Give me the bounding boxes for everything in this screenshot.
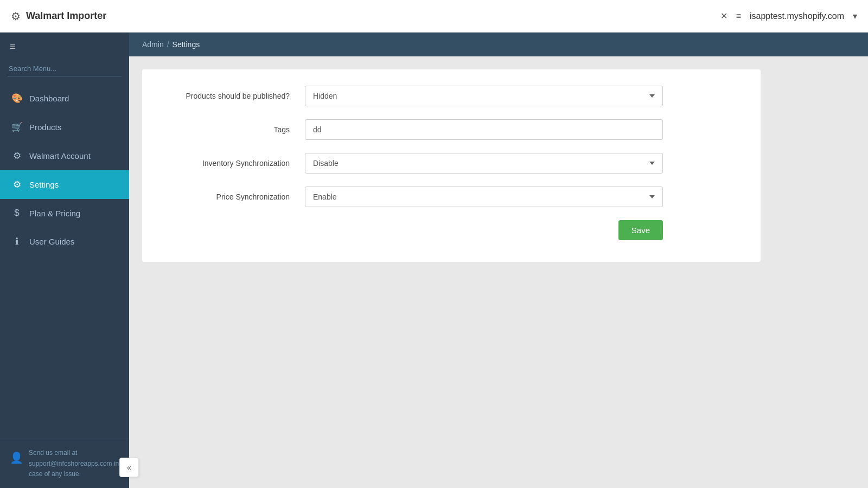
publish-control-wrap: Hidden Published (305, 86, 663, 106)
top-header: ⚙ Walmart Importer ✕ ≡ isapptest.myshopi… (0, 0, 868, 33)
sidebar-item-label-settings: Settings (29, 180, 59, 189)
content-area: Products should be published? Hidden Pub… (129, 56, 868, 488)
walmart-icon: ⚙ (11, 150, 23, 162)
app-branding: ⚙ Walmart Importer (11, 10, 106, 23)
sidebar-collapse-button[interactable]: « (119, 458, 139, 477)
tags-label: Tags (164, 125, 305, 134)
price-label: Price Synchronization (164, 192, 305, 201)
store-name: isapptest.myshopify.com (750, 11, 844, 21)
sidebar-item-walmart-account[interactable]: ⚙ Walmart Account (0, 142, 129, 170)
tags-input[interactable] (305, 119, 663, 140)
menu-icon[interactable]: ≡ (736, 11, 741, 21)
sidebar-item-label-products: Products (29, 123, 61, 132)
header-actions: ✕ ≡ isapptest.myshopify.com ▾ (720, 11, 857, 21)
form-actions: Save (164, 220, 663, 240)
sidebar-item-products[interactable]: 🛒 Products (0, 113, 129, 142)
sidebar-item-label-plan: Plan & Pricing (29, 209, 80, 218)
settings-icon: ⚙ (11, 179, 23, 190)
sidebar-nav: 🎨 Dashboard 🛒 Products ⚙ Walmart Account… (0, 84, 129, 439)
tags-control-wrap (305, 119, 663, 140)
sidebar-search-container (0, 61, 129, 84)
publish-label: Products should be published? (164, 92, 305, 100)
breadcrumb-separator: / (167, 40, 169, 49)
save-button[interactable]: Save (618, 220, 663, 240)
sidebar-item-label-dashboard: Dashboard (29, 94, 69, 103)
app-title: Walmart Importer (26, 10, 106, 22)
store-dropdown-arrow[interactable]: ▾ (853, 11, 857, 21)
price-control-wrap: Enable Disable (305, 187, 663, 207)
form-row-inventory: Inventory Synchronization Disable Enable (164, 153, 739, 174)
form-row-tags: Tags (164, 119, 739, 140)
sub-header: Admin / Settings (129, 33, 868, 56)
sidebar-item-plan-pricing[interactable]: $ Plan & Pricing (0, 199, 129, 227)
support-user-icon: 👤 (10, 449, 23, 466)
main-content: Admin / Settings Products should be publ… (129, 33, 868, 488)
sidebar-item-label-guides: User Guides (29, 237, 74, 246)
products-icon: 🛒 (11, 121, 23, 133)
sidebar-search-input[interactable] (8, 61, 122, 76)
publish-select[interactable]: Hidden Published (305, 86, 663, 106)
sidebar-footer: 👤 Send us email at support@infoshoreapps… (0, 439, 129, 488)
support-text: Send us email at support@infoshoreapps.c… (29, 448, 119, 479)
inventory-control-wrap: Disable Enable (305, 153, 663, 174)
settings-card: Products should be published? Hidden Pub… (142, 69, 761, 262)
sidebar-item-label-walmart: Walmart Account (29, 151, 91, 160)
app-logo-icon: ⚙ (11, 10, 21, 23)
inventory-label: Inventory Synchronization (164, 159, 305, 168)
plan-icon: $ (11, 208, 23, 219)
breadcrumb-current: Settings (173, 40, 200, 49)
sidebar: ≡ 🎨 Dashboard 🛒 Products ⚙ Walmart Accou… (0, 33, 129, 488)
close-icon[interactable]: ✕ (720, 11, 727, 21)
breadcrumb-parent[interactable]: Admin (142, 40, 164, 49)
sidebar-toggle-button[interactable]: ≡ (0, 33, 129, 61)
price-select[interactable]: Enable Disable (305, 187, 663, 207)
sidebar-item-dashboard[interactable]: 🎨 Dashboard (0, 84, 129, 113)
collapse-icon: « (127, 463, 131, 472)
inventory-select[interactable]: Disable Enable (305, 153, 663, 174)
sidebar-item-user-guides[interactable]: ℹ User Guides (0, 227, 129, 256)
main-layout: ≡ 🎨 Dashboard 🛒 Products ⚙ Walmart Accou… (0, 33, 868, 488)
form-row-publish: Products should be published? Hidden Pub… (164, 86, 739, 106)
dashboard-icon: 🎨 (11, 93, 23, 104)
guides-icon: ℹ (11, 236, 23, 247)
sidebar-item-settings[interactable]: ⚙ Settings (0, 170, 129, 199)
form-row-price: Price Synchronization Enable Disable (164, 187, 739, 207)
